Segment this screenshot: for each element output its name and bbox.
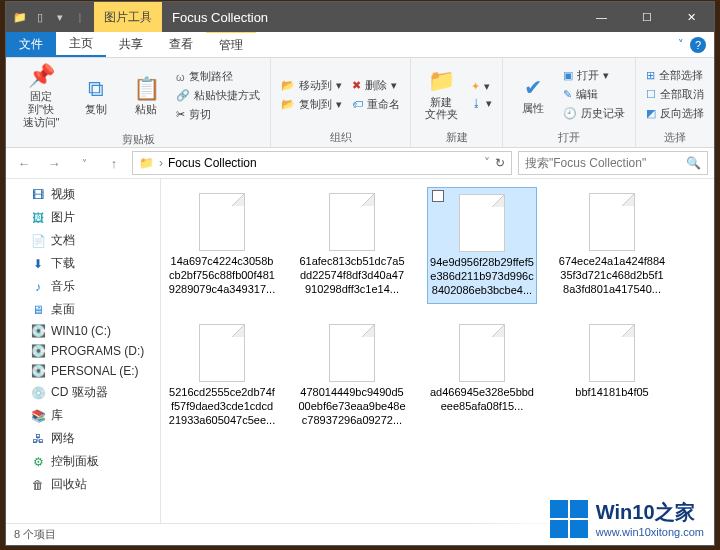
- open-button[interactable]: ▣打开▾: [561, 67, 627, 84]
- maximize-button[interactable]: ☐: [624, 2, 669, 32]
- file-item[interactable]: 14a697c4224c3058bcb2bf756c88fb00f4819289…: [167, 187, 277, 304]
- breadcrumb-folder[interactable]: Focus Collection: [168, 156, 257, 170]
- tab-home[interactable]: 主页: [56, 32, 106, 57]
- paste-shortcut-button[interactable]: 🔗粘贴快捷方式: [174, 87, 262, 104]
- file-icon: [459, 324, 505, 382]
- nav-item[interactable]: ♪音乐: [6, 275, 160, 298]
- nav-item[interactable]: 🎞视频: [6, 183, 160, 206]
- nav-item-icon: 🖥: [30, 303, 46, 317]
- delete-button[interactable]: ✖删除▾: [350, 77, 402, 94]
- cut-button[interactable]: ✂剪切: [174, 106, 262, 123]
- file-list[interactable]: 14a697c4224c3058bcb2bf756c88fb00f4819289…: [161, 179, 714, 523]
- ribbon-collapse-icon[interactable]: ˅: [678, 38, 684, 51]
- close-button[interactable]: ✕: [669, 2, 714, 32]
- file-item[interactable]: 61afec813cb51dc7a5dd22574f8df3d40a479102…: [297, 187, 407, 304]
- invert-selection-button[interactable]: ◩反向选择: [644, 105, 706, 122]
- nav-item-label: 网络: [51, 430, 75, 447]
- access-icon: ⭳: [471, 97, 482, 109]
- nav-item[interactable]: 💽PROGRAMS (D:): [6, 341, 160, 361]
- breadcrumb-sep: ›: [159, 156, 163, 170]
- paste-button[interactable]: 📋粘贴: [124, 61, 168, 130]
- address-dropdown-icon[interactable]: ˅: [484, 156, 490, 170]
- nav-item-icon: 🎞: [30, 188, 46, 202]
- copy-to-button[interactable]: 📂复制到▾: [279, 96, 344, 113]
- moveto-icon: 📂: [281, 79, 295, 92]
- group-organize-label: 组织: [279, 128, 402, 145]
- file-name: 478014449bc9490d500ebf6e73eaa9be48ec7893…: [298, 386, 406, 427]
- watermark-url: www.win10xitong.com: [596, 526, 704, 538]
- contextual-tab-pic-tools[interactable]: 图片工具: [94, 2, 162, 32]
- nav-item[interactable]: ⬇下载: [6, 252, 160, 275]
- tab-view[interactable]: 查看: [156, 32, 206, 57]
- nav-item-label: 图片: [51, 209, 75, 226]
- nav-item[interactable]: ⚙控制面板: [6, 450, 160, 473]
- file-name: ad466945e328e5bbdeee85afa08f15...: [428, 386, 536, 414]
- nav-item-icon: ♪: [30, 280, 46, 294]
- folder-icon: 📁: [139, 156, 154, 170]
- search-icon[interactable]: 🔍: [686, 156, 701, 170]
- nav-back-button[interactable]: ←: [12, 151, 36, 175]
- file-item[interactable]: bbf14181b4f05: [557, 318, 667, 433]
- folder-icon: 📁: [12, 9, 28, 25]
- nav-forward-button[interactable]: →: [42, 151, 66, 175]
- file-icon: [589, 193, 635, 251]
- nav-item-label: 文档: [51, 232, 75, 249]
- tab-share[interactable]: 共享: [106, 32, 156, 57]
- history-button[interactable]: 🕘历史记录: [561, 105, 627, 122]
- nav-item[interactable]: 🖥桌面: [6, 298, 160, 321]
- nav-item-icon: ⚙: [30, 455, 46, 469]
- titlebar: 📁 ▯ ▾ | 图片工具 Focus Collection — ☐ ✕: [6, 2, 714, 32]
- nav-item[interactable]: 💽PERSONAL (E:): [6, 361, 160, 381]
- group-open-label: 打开: [511, 128, 627, 145]
- nav-item[interactable]: 💽WIN10 (C:): [6, 321, 160, 341]
- file-explorer-window: 📁 ▯ ▾ | 图片工具 Focus Collection — ☐ ✕ 文件 主…: [6, 2, 714, 545]
- nav-item[interactable]: 🖧网络: [6, 427, 160, 450]
- nav-recent-button[interactable]: ˅: [72, 151, 96, 175]
- refresh-icon[interactable]: ↻: [495, 156, 505, 170]
- new-folder-button[interactable]: 📁新建 文件夹: [419, 61, 463, 128]
- file-item[interactable]: 5216cd2555ce2db74ff57f9daed3cde1cdcd2193…: [167, 318, 277, 433]
- windows-logo-icon: [550, 500, 588, 538]
- qat-item[interactable]: ▯: [32, 9, 48, 25]
- rename-button[interactable]: 🏷重命名: [350, 96, 402, 113]
- copy-path-button[interactable]: ω复制路径: [174, 68, 262, 85]
- nav-item[interactable]: 🖼图片: [6, 206, 160, 229]
- pin-quick-access-button[interactable]: 📌固定到"快 速访问": [14, 61, 68, 130]
- nav-item[interactable]: 🗑回收站: [6, 473, 160, 496]
- checkbox[interactable]: [432, 190, 444, 202]
- nav-up-button[interactable]: ↑: [102, 151, 126, 175]
- nav-item[interactable]: 📄文档: [6, 229, 160, 252]
- file-item[interactable]: ad466945e328e5bbdeee85afa08f15...: [427, 318, 537, 433]
- new-item-button[interactable]: ✦▾: [469, 79, 494, 94]
- help-icon[interactable]: ?: [690, 37, 706, 53]
- nav-item-label: 控制面板: [51, 453, 99, 470]
- history-icon: 🕘: [563, 107, 577, 120]
- copy-button[interactable]: ⧉复制: [74, 61, 118, 130]
- tab-manage[interactable]: 管理: [206, 32, 256, 57]
- nav-item-label: CD 驱动器: [51, 384, 108, 401]
- nav-item-icon: ⬇: [30, 257, 46, 271]
- search-input[interactable]: 搜索"Focus Collection" 🔍: [518, 151, 708, 175]
- move-to-button[interactable]: 📂移动到▾: [279, 77, 344, 94]
- cut-icon: ✂: [176, 108, 185, 121]
- nav-item[interactable]: 💿CD 驱动器: [6, 381, 160, 404]
- file-item[interactable]: 478014449bc9490d500ebf6e73eaa9be48ec7893…: [297, 318, 407, 433]
- nav-item[interactable]: 📚库: [6, 404, 160, 427]
- edit-button[interactable]: ✎编辑: [561, 86, 627, 103]
- path-icon: ω: [176, 71, 185, 83]
- properties-button[interactable]: ✔属性: [511, 61, 555, 128]
- file-icon: [329, 193, 375, 251]
- tab-file[interactable]: 文件: [6, 32, 56, 57]
- copyto-icon: 📂: [281, 98, 295, 111]
- watermark-title: Win10之家: [596, 499, 704, 526]
- file-item[interactable]: 94e9d956f28b29ffef5e386d211b973d996c8402…: [427, 187, 537, 304]
- file-item[interactable]: 674ece24a1a424f88435f3d721c468d2b5f18a3f…: [557, 187, 667, 304]
- select-none-button[interactable]: ☐全部取消: [644, 86, 706, 103]
- qat-dropdown[interactable]: ▾: [52, 9, 68, 25]
- select-all-button[interactable]: ⊞全部选择: [644, 67, 706, 84]
- address-bar[interactable]: 📁 › Focus Collection ˅ ↻: [132, 151, 512, 175]
- navigation-pane[interactable]: 🎞视频🖼图片📄文档⬇下载♪音乐🖥桌面💽WIN10 (C:)💽PROGRAMS (…: [6, 179, 161, 523]
- easy-access-button[interactable]: ⭳▾: [469, 96, 494, 111]
- minimize-button[interactable]: —: [579, 2, 624, 32]
- nav-item-icon: 📚: [30, 409, 46, 423]
